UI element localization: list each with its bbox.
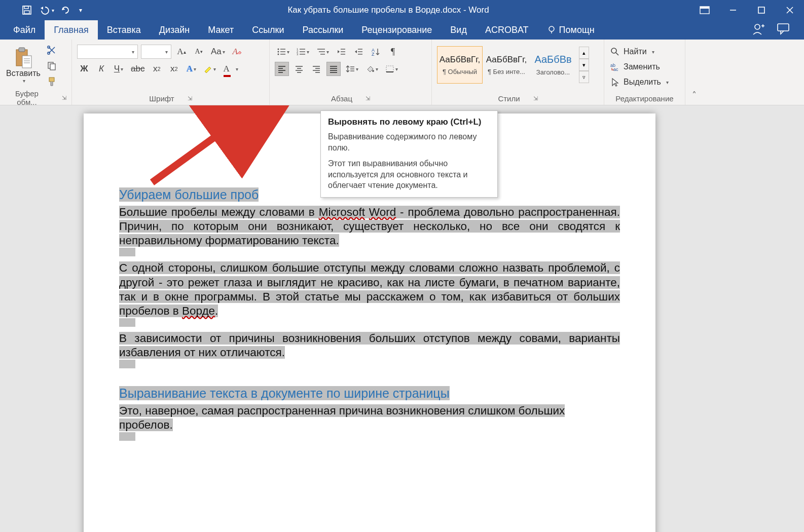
multilevel-list-button[interactable]: ▾ [314, 45, 331, 59]
ribbon: Вставить ▾ Буфер обм...⇲ ▾ ▾ A▴ A▾ Aa▾ A… [0, 40, 804, 105]
style-normal[interactable]: АаБбВвГг, ¶ Обычный [437, 46, 483, 84]
text-effects-button[interactable]: A▾ [184, 62, 198, 76]
sort-button[interactable]: AZ [369, 45, 383, 59]
subscript-button[interactable]: x2 [150, 62, 164, 76]
tab-view[interactable]: Вид [441, 20, 476, 40]
paste-button[interactable]: Вставить ▾ [5, 42, 42, 88]
shading-button[interactable]: ▾ [363, 62, 380, 76]
italic-button[interactable]: К [94, 62, 108, 76]
tab-home[interactable]: Главная [45, 20, 98, 40]
svg-rect-2 [24, 11, 29, 14]
group-paragraph: ▾ 123▾ ▾ AZ ¶ ▾ ▾ ▾ Абзац⇲ [270, 40, 432, 105]
numbering-button[interactable]: 123▾ [295, 45, 311, 59]
replace-button[interactable]: abac Заменить [609, 60, 680, 74]
tell-me-input[interactable]: Помощн [538, 20, 604, 40]
group-editing-label: Редактирование [615, 94, 673, 103]
find-button[interactable]: Найти▾ [609, 45, 680, 59]
style-heading1[interactable]: АаБбВв Заголово... [530, 46, 576, 84]
svg-text:Z: Z [372, 52, 375, 56]
change-case-button[interactable]: Aa▾ [209, 45, 227, 59]
styles-launcher[interactable]: ⇲ [533, 95, 538, 102]
font-family-combo[interactable]: ▾ [77, 45, 138, 59]
styles-row-down[interactable]: ▾ [579, 59, 589, 71]
grow-font-button[interactable]: A▴ [174, 45, 189, 59]
tab-mailings[interactable]: Рассылки [294, 20, 353, 40]
styles-expand[interactable]: ▿ [579, 71, 589, 83]
svg-rect-23 [48, 62, 53, 68]
borders-button[interactable]: ▾ [383, 62, 400, 76]
redo-button[interactable] [56, 0, 75, 20]
doc-heading-2: Выравнивание текста в документе по ширин… [119, 386, 620, 401]
tooltip-title: Выровнять по левому краю (Ctrl+L) [328, 117, 490, 127]
align-left-button[interactable] [275, 62, 289, 76]
cut-button[interactable] [45, 44, 59, 56]
minimize-button[interactable] [719, 0, 747, 20]
qat-customize-button[interactable]: ▾ [75, 0, 86, 20]
save-button[interactable] [17, 0, 36, 20]
tab-insert[interactable]: Вставка [98, 20, 150, 40]
superscript-button[interactable]: x2 [167, 62, 181, 76]
collapse-ribbon-button[interactable]: ˄ [685, 40, 703, 105]
align-justify-button[interactable] [326, 62, 341, 76]
svg-point-22 [48, 46, 50, 48]
svg-rect-17 [22, 56, 31, 68]
svg-point-21 [48, 52, 50, 54]
bold-button[interactable]: Ж [77, 62, 91, 76]
copy-button[interactable] [45, 59, 59, 72]
decrease-indent-button[interactable] [334, 45, 348, 59]
tooltip-body2: Этот тип выравнивания обычно используетс… [328, 158, 490, 191]
styles-row-up[interactable]: ▴ [579, 47, 589, 59]
tell-me-label: Помощн [559, 25, 595, 35]
tooltip-align-left: Выровнять по левому краю (Ctrl+L) Выравн… [320, 110, 498, 198]
maximize-button[interactable] [747, 0, 776, 20]
styles-gallery-nav: ▴ ▾ ▿ [579, 47, 589, 83]
doc-paragraph-3: В зависимости от причины возникновения б… [119, 331, 620, 360]
svg-text:ac: ac [613, 67, 618, 71]
format-painter-button[interactable] [45, 75, 59, 88]
tab-layout[interactable]: Макет [199, 20, 243, 40]
line-spacing-button[interactable]: ▾ [344, 62, 360, 76]
align-right-button[interactable] [309, 62, 323, 76]
group-paragraph-label: Абзац [331, 94, 352, 103]
doc-paragraph-2: С одной стороны, слишком большие отступы… [119, 261, 620, 318]
clear-formatting-button[interactable]: A [230, 45, 244, 59]
bullets-button[interactable]: ▾ [275, 45, 291, 59]
paragraph-launcher[interactable]: ⇲ [366, 95, 370, 102]
tab-acrobat[interactable]: ACROBAT [476, 20, 538, 40]
comments-button[interactable] [777, 23, 790, 37]
search-icon [610, 47, 619, 56]
underline-button[interactable]: Ч▾ [112, 62, 126, 76]
group-clipboard-label: Буфер обм... [5, 89, 49, 106]
svg-text:3: 3 [297, 53, 299, 56]
tab-references[interactable]: Ссылки [243, 20, 293, 40]
svg-point-30 [278, 54, 279, 55]
close-button[interactable] [776, 0, 804, 20]
title-bar: ▾ ▾ Как убрать большие пробелы в Ворде.d… [0, 0, 804, 20]
style-no-spacing[interactable]: АаБбВвГг, ¶ Без инте... [484, 46, 529, 84]
font-launcher[interactable]: ⇲ [188, 95, 192, 102]
style-sample: АаБбВвГг, [486, 55, 527, 65]
cursor-icon [610, 78, 619, 87]
tab-review[interactable]: Рецензирование [352, 20, 441, 40]
font-size-combo[interactable]: ▾ [141, 45, 171, 59]
tab-file[interactable]: Файл [4, 20, 45, 40]
share-button[interactable] [752, 22, 765, 38]
font-color-button[interactable]: A▾ [221, 62, 240, 76]
select-button[interactable]: Выделить▾ [609, 75, 680, 89]
doc-paragraph-4: Это, наверное, самая распространенная пр… [119, 404, 620, 432]
ribbon-display-options-button[interactable] [690, 0, 719, 20]
svg-text:1: 1 [297, 48, 299, 51]
clipboard-launcher[interactable]: ⇲ [62, 95, 66, 101]
increase-indent-button[interactable] [351, 45, 366, 59]
undo-button[interactable]: ▾ [36, 0, 56, 20]
svg-rect-69 [386, 66, 393, 72]
svg-point-71 [611, 48, 616, 53]
align-center-button[interactable] [292, 62, 306, 76]
strikethrough-button[interactable]: abc [129, 62, 147, 76]
shrink-font-button[interactable]: A▾ [192, 45, 206, 59]
highlight-button[interactable]: ▾ [201, 62, 218, 76]
style-name: Заголово... [533, 68, 573, 76]
show-marks-button[interactable]: ¶ [386, 45, 400, 59]
svg-rect-25 [49, 78, 54, 82]
tab-design[interactable]: Дизайн [150, 20, 199, 40]
